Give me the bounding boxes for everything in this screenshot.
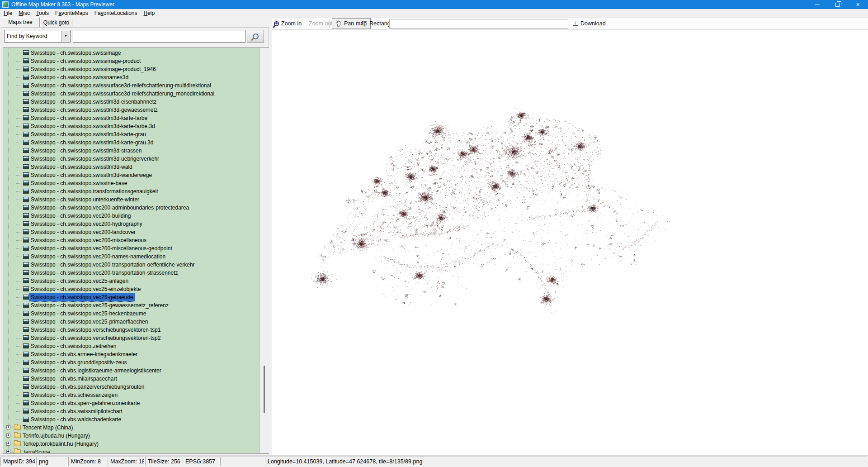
map-layer-icon	[23, 58, 29, 63]
map-layer-icon	[23, 270, 29, 275]
hand-icon	[336, 20, 342, 27]
tab-maps-tree[interactable]: Maps tree	[1, 17, 40, 27]
tree-item[interactable]: Swisstopo - ch.swisstopo.swisstlm3d-stra…	[3, 147, 259, 155]
map-layer-icon	[23, 360, 29, 365]
menu-file[interactable]: File	[0, 10, 15, 17]
tree-item[interactable]: Swisstopo - ch.swisstopo.swisssurface3d-…	[3, 81, 259, 90]
restore-button[interactable]	[827, 0, 848, 9]
menu-help[interactable]: Help	[141, 10, 158, 17]
tree-item[interactable]: Swisstopo - ch.swisstopo.vec25-anlagen	[3, 277, 259, 285]
tree-item[interactable]: Swisstopo - ch.swisstopo.swisstne-base	[3, 179, 259, 187]
tree-folder[interactable]: +Terinfo.ujbuda.hu (Hungary)	[3, 432, 259, 440]
tree-scrollbar[interactable]	[259, 48, 269, 453]
map-layer-icon	[23, 311, 29, 316]
tree-item[interactable]: Swisstopo - ch.swisstopo.unterkuenfte-wi…	[3, 195, 259, 204]
tree-item[interactable]: Swisstopo - ch.vbs.panzerverschiebungsro…	[3, 383, 259, 391]
tab-quick-goto[interactable]: Quick goto	[40, 19, 72, 27]
close-button[interactable]: ×	[848, 0, 868, 9]
tree-item[interactable]: Swisstopo - ch.swisstopo.vec200-hydrogra…	[3, 220, 259, 228]
tree-scrollbar-thumb[interactable]	[264, 366, 265, 413]
tree-item[interactable]: Swisstopo - ch.swisstopo.swissimage-prod…	[3, 57, 259, 65]
tree-item[interactable]: Swisstopo - ch.swisstopo.swisstlm3d-wand…	[3, 171, 259, 179]
map-preview-area[interactable]	[272, 30, 868, 455]
tree-item[interactable]: Swisstopo - ch.swisstopo.vec200-miscella…	[3, 244, 259, 253]
tree-item[interactable]: Swisstopo - ch.swisstopo.swisstlm3d-kart…	[3, 130, 259, 138]
coordinate-input[interactable]	[389, 19, 568, 29]
tree-item[interactable]: Swisstopo - ch.swisstopo.vec200-transpor…	[3, 269, 259, 277]
minimize-button[interactable]	[807, 0, 827, 9]
tree-item[interactable]: Swisstopo - ch.swisstopo.verschiebungsve…	[3, 326, 259, 334]
tree-item[interactable]: Swisstopo - ch.swisstopo.vec200-landcove…	[3, 228, 259, 236]
map-layer-icon	[23, 197, 29, 202]
tree-item[interactable]: Swisstopo - ch.vbs.sperr-gefahrenzonenka…	[3, 399, 259, 407]
tree-item[interactable]: Swisstopo - ch.swisstopo.vec200-building	[3, 212, 259, 220]
tree-item[interactable]: Swisstopo - ch.vbs.schiessanzeigen	[3, 391, 259, 399]
tree-folder[interactable]: +TerraScope	[3, 448, 259, 453]
tree-folder[interactable]: +Terkep.torokbalint.hu (Hungary)	[3, 440, 259, 448]
map-layer-icon	[23, 124, 29, 129]
map-layer-icon	[23, 50, 29, 55]
map-layer-icon	[23, 278, 29, 283]
tree-item[interactable]: Swisstopo - ch.swisstopo.swisssurface3d-…	[3, 90, 259, 98]
search-mode-select[interactable]: Find by Keyword ▼	[4, 30, 71, 43]
menu-favoritelocations[interactable]: FavoriteLocations	[91, 10, 141, 17]
map-layer-icon	[23, 75, 29, 80]
tree-item[interactable]: Swisstopo - ch.swisstopo.swissnames3d	[3, 73, 259, 81]
app-icon	[2, 1, 9, 8]
tree-item[interactable]: Swisstopo - ch.swisstopo.vec200-adminbou…	[3, 204, 259, 212]
map-canvas[interactable]	[272, 30, 868, 455]
tree-item[interactable]: Swisstopo - ch.swisstopo.vec25-primaerfl…	[3, 318, 259, 326]
map-layer-icon	[23, 254, 29, 259]
menu-favoritemaps[interactable]: FavoriteMaps	[52, 10, 91, 17]
status-coordinates: Longitude=10.415039, Latitude=47.624678,…	[265, 457, 867, 466]
search-button[interactable]	[247, 30, 264, 43]
map-layer-icon	[23, 229, 29, 234]
map-layer-icon	[23, 99, 29, 104]
tree-item[interactable]: Swisstopo - ch.swisstopo.swisstlm3d-uebr…	[3, 155, 259, 163]
tree-item[interactable]: Swisstopo - ch.swisstopo.swisstlm3d-gewa…	[3, 106, 259, 114]
map-layer-icon	[23, 213, 29, 218]
tree-item[interactable]: Swisstopo - ch.swisstopo.swissimage	[3, 49, 259, 57]
status-format: png	[36, 457, 68, 466]
search-input[interactable]	[73, 30, 245, 43]
tree-item[interactable]: Swisstopo - ch.swisstopo.swissimage-prod…	[3, 65, 259, 73]
tree-item[interactable]: Swisstopo - ch.vbs.grunddispositiv-zeus	[3, 358, 259, 367]
tree-item[interactable]: Swisstopo - ch.swisstopo.transformations…	[3, 187, 259, 195]
tree-item[interactable]: Swisstopo - ch.swisstopo.vec200-miscella…	[3, 236, 259, 244]
expand-plus-icon[interactable]: +	[6, 450, 10, 453]
expand-plus-icon[interactable]: +	[6, 425, 10, 429]
tree-item[interactable]: Swisstopo - ch.swisstopo.swisstlm3d-eise…	[3, 98, 259, 106]
tree-item[interactable]: Swisstopo - ch.swisstopo.vec25-gebaeude	[3, 293, 259, 301]
tree-item[interactable]: Swisstopo - ch.swisstopo.verschiebungsve…	[3, 334, 259, 342]
tree-item[interactable]: Swisstopo - ch.swisstopo.swisstlm3d-kart…	[3, 114, 259, 122]
tree-item[interactable]: Swisstopo - ch.vbs.swissmilpilotschart	[3, 407, 259, 415]
tree-item[interactable]: Swisstopo - ch.swisstopo.vec200-names-na…	[3, 253, 259, 261]
map-layer-icon	[23, 132, 29, 137]
tree-item[interactable]: Swisstopo - ch.swisstopo.swisstlm3d-kart…	[3, 122, 259, 130]
menu-tools[interactable]: Tools	[33, 10, 52, 17]
combo-dropdown-button[interactable]: ▼	[61, 31, 70, 42]
map-layer-icon	[23, 303, 29, 308]
tree-view[interactable]: Swisstopo - ch.swisstopo.swissimageSwiss…	[3, 48, 259, 453]
tree-item[interactable]: Swisstopo - ch.vbs.logistikraeume-armeel…	[3, 367, 259, 375]
download-button[interactable]: ↓ Download	[572, 18, 606, 29]
map-layer-icon	[23, 107, 29, 112]
title-bar: Offline Map Maker 8.363 - Maps Previewer…	[0, 0, 868, 9]
menu-misc[interactable]: Misc	[15, 10, 33, 17]
zoom-in-button[interactable]: Zoom in	[274, 18, 302, 29]
tree-item[interactable]: Swisstopo - ch.swisstopo.swisstlm3d-kart…	[3, 138, 259, 147]
expand-plus-icon[interactable]: +	[6, 434, 10, 438]
tree-item[interactable]: Swisstopo - ch.swisstopo.swisstlm3d-wald	[3, 163, 259, 171]
tree-item[interactable]: Swisstopo - ch.vbs.milairspacechart	[3, 375, 259, 383]
tree-folder[interactable]: +Tencent Map (China)	[3, 424, 259, 432]
tree-item[interactable]: Swisstopo - ch.vbs.armee-kriegsdenkmaele…	[3, 350, 259, 358]
tree-item[interactable]: Swisstopo - ch.swisstopo.vec25-einzelobj…	[3, 285, 259, 293]
tree-item[interactable]: Swisstopo - ch.swisstopo.vec25-gewaesser…	[3, 301, 259, 310]
expand-plus-icon[interactable]: +	[6, 442, 10, 446]
tree-item[interactable]: Swisstopo - ch.swisstopo.vec25-heckenbae…	[3, 310, 259, 318]
download-icon: ↓	[572, 21, 578, 26]
tree-item[interactable]: Swisstopo - ch.swisstopo.zeitreihen	[3, 342, 259, 350]
map-layer-icon	[23, 400, 29, 405]
tree-item[interactable]: Swisstopo - ch.vbs.waldschadenkarte	[3, 415, 259, 424]
tree-item[interactable]: Swisstopo - ch.swisstopo.vec200-transpor…	[3, 261, 259, 269]
